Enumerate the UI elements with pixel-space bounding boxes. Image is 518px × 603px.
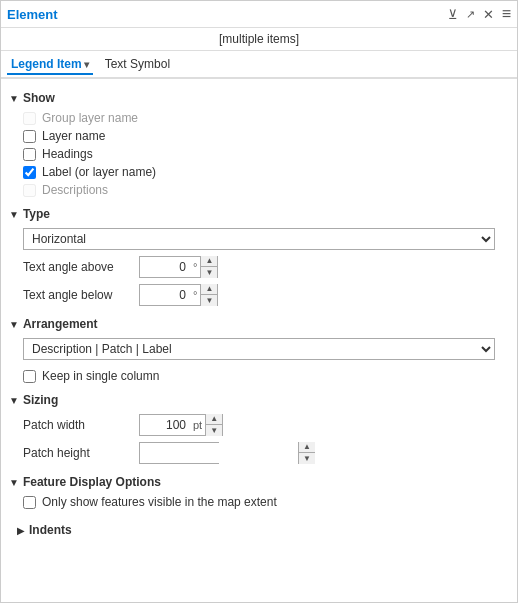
arrangement-caret: ▼ (9, 319, 19, 330)
menu-icon[interactable]: ≡ (502, 5, 511, 23)
sizing-section-header[interactable]: ▼ Sizing (9, 393, 509, 407)
show-section-header[interactable]: ▼ Show (9, 91, 509, 105)
text-angle-below-row: Text angle below ° ▲ ▼ (9, 281, 509, 309)
keep-single-column-checkbox[interactable] (23, 370, 36, 383)
arrangement-section-header[interactable]: ▼ Arrangement (9, 317, 509, 331)
only-show-features-checkbox[interactable] (23, 496, 36, 509)
patch-height-row: Patch height ▲ ▼ (9, 439, 509, 467)
show-caret: ▼ (9, 93, 19, 104)
sizing-label: Sizing (23, 393, 58, 407)
patch-width-down[interactable]: ▼ (206, 425, 222, 436)
descriptions-row: Descriptions (9, 181, 509, 199)
only-show-features-label: Only show features visible in the map ex… (42, 495, 277, 509)
patch-width-spinbox: pt ▲ ▼ (139, 414, 223, 436)
text-angle-above-arrows: ▲ ▼ (200, 256, 217, 278)
text-angle-below-unit: ° (190, 289, 200, 301)
show-label: Show (23, 91, 55, 105)
descriptions-checkbox[interactable] (23, 184, 36, 197)
panel-content: ▼ Show Group layer name Layer name Headi… (1, 79, 517, 602)
feature-display-label: Feature Display Options (23, 475, 161, 489)
text-angle-below-arrows: ▲ ▼ (200, 284, 217, 306)
close-icon[interactable]: ✕ (483, 7, 494, 22)
layer-name-checkbox[interactable] (23, 130, 36, 143)
pin-icon[interactable]: ⊻ (448, 7, 458, 22)
patch-width-up[interactable]: ▲ (206, 414, 222, 425)
patch-height-input[interactable] (140, 443, 298, 463)
text-angle-below-spinbox: ° ▲ ▼ (139, 284, 218, 306)
arrangement-label: Arrangement (23, 317, 98, 331)
text-angle-above-unit: ° (190, 261, 200, 273)
keep-single-column-row: Keep in single column (9, 367, 509, 385)
type-dropdown[interactable]: Horizontal Vertical Stacked (23, 228, 495, 250)
patch-width-label: Patch width (23, 418, 133, 432)
indents-label: Indents (29, 523, 72, 537)
header-controls: ⊻ ↗ ✕ ≡ (448, 5, 511, 23)
feature-display-caret: ▼ (9, 477, 19, 488)
indents-caret: ▶ (17, 525, 25, 536)
text-angle-below-input[interactable] (140, 285, 190, 305)
label-or-layer-checkbox[interactable] (23, 166, 36, 179)
only-show-features-row: Only show features visible in the map ex… (9, 493, 509, 511)
tab-text-symbol[interactable]: Text Symbol (97, 55, 178, 73)
text-angle-above-spinbox: ° ▲ ▼ (139, 256, 218, 278)
sizing-caret: ▼ (9, 395, 19, 406)
layer-name-label: Layer name (42, 129, 105, 143)
patch-height-down[interactable]: ▼ (299, 453, 315, 464)
tab-legend-item[interactable]: Legend Item ▾ (7, 55, 93, 75)
tab-legend-item-arrow: ▾ (84, 59, 89, 70)
patch-width-input[interactable] (140, 415, 190, 435)
panel-header: Element ⊻ ↗ ✕ ≡ (1, 1, 517, 28)
text-angle-below-up[interactable]: ▲ (201, 284, 217, 295)
group-layer-name-label: Group layer name (42, 111, 138, 125)
group-layer-name-checkbox[interactable] (23, 112, 36, 125)
headings-row: Headings (9, 145, 509, 163)
headings-checkbox[interactable] (23, 148, 36, 161)
type-dropdown-row: Horizontal Vertical Stacked (9, 225, 509, 253)
text-angle-above-input[interactable] (140, 257, 190, 277)
headings-label: Headings (42, 147, 93, 161)
label-or-layer-label: Label (or layer name) (42, 165, 156, 179)
type-caret: ▼ (9, 209, 19, 220)
indents-section-header[interactable]: ▶ Indents (9, 519, 509, 541)
patch-height-arrows: ▲ ▼ (298, 442, 315, 464)
feature-display-section-header[interactable]: ▼ Feature Display Options (9, 475, 509, 489)
text-angle-above-row: Text angle above ° ▲ ▼ (9, 253, 509, 281)
element-panel: Element ⊻ ↗ ✕ ≡ [multiple items] Legend … (0, 0, 518, 603)
patch-width-row: Patch width pt ▲ ▼ (9, 411, 509, 439)
patch-width-unit: pt (190, 419, 205, 431)
group-layer-name-row: Group layer name (9, 109, 509, 127)
arrangement-dropdown-row: Description | Patch | Label Label | Patc… (9, 335, 509, 363)
layer-name-row: Layer name (9, 127, 509, 145)
text-angle-below-down[interactable]: ▼ (201, 295, 217, 306)
tab-legend-item-label: Legend Item (11, 57, 82, 71)
patch-height-spinbox: ▲ ▼ (139, 442, 219, 464)
tab-bar: Legend Item ▾ Text Symbol (1, 51, 517, 79)
type-label: Type (23, 207, 50, 221)
subtitle-text: [multiple items] (219, 32, 299, 46)
descriptions-label: Descriptions (42, 183, 108, 197)
text-angle-above-up[interactable]: ▲ (201, 256, 217, 267)
tab-text-symbol-label: Text Symbol (105, 57, 170, 71)
text-angle-above-label: Text angle above (23, 260, 133, 274)
arrangement-dropdown[interactable]: Description | Patch | Label Label | Patc… (23, 338, 495, 360)
type-section-header[interactable]: ▼ Type (9, 207, 509, 221)
keep-single-column-label: Keep in single column (42, 369, 159, 383)
patch-height-label: Patch height (23, 446, 133, 460)
patch-width-arrows: ▲ ▼ (205, 414, 222, 436)
patch-height-up[interactable]: ▲ (299, 442, 315, 453)
panel-title: Element (7, 7, 58, 22)
text-angle-above-down[interactable]: ▼ (201, 267, 217, 278)
float-icon[interactable]: ↗ (466, 8, 475, 21)
text-angle-below-label: Text angle below (23, 288, 133, 302)
panel-subtitle: [multiple items] (1, 28, 517, 51)
label-or-layer-row: Label (or layer name) (9, 163, 509, 181)
